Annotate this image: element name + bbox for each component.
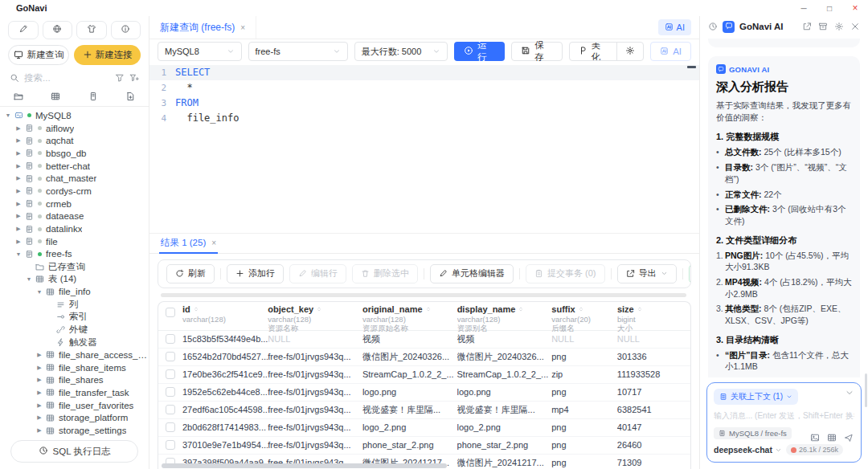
result-toolbar-button[interactable]: 刷新 [166, 264, 215, 283]
code-line[interactable]: 4 file_info [149, 111, 699, 126]
row-checkbox[interactable] [166, 352, 175, 361]
result-toolbar-button[interactable]: 添加行 [227, 264, 284, 283]
tree-item[interactable]: ▶crmeb [0, 198, 149, 210]
table-cell[interactable]: 111933528 [617, 369, 690, 379]
theme-button[interactable] [76, 21, 107, 39]
tree-item[interactable]: ▶better-chat [0, 160, 149, 173]
new-query-button[interactable]: 新建查询 [8, 45, 69, 65]
table-cell[interactable]: 301336 [617, 352, 690, 361]
table-cell[interactable]: 27edf6ac105c44598... [182, 405, 268, 414]
chat-input[interactable]: 输入消息... (Enter 发送，Shift+Enter 换行，/ 快捷命令) [714, 410, 854, 422]
row-checkbox[interactable] [166, 369, 175, 379]
minimize-button[interactable]: ─ [791, 1, 817, 15]
tree-item[interactable]: ▶bbsgo_db [0, 147, 149, 160]
tab-tables[interactable] [37, 88, 74, 106]
table-cell[interactable]: 视觉盛宴！库里隔... [457, 404, 552, 416]
close-icon[interactable]: × [240, 23, 245, 32]
caret-icon[interactable]: ▶ [14, 226, 23, 232]
row-checkbox[interactable] [166, 440, 175, 450]
image-icon[interactable] [810, 433, 820, 442]
editor-settings-button[interactable] [617, 43, 643, 60]
table-cell[interactable]: png [551, 458, 617, 467]
table-cell[interactable]: free-fs/01jrvgs943q... [268, 440, 362, 450]
tree-item[interactable]: ▶cordys-crm [0, 185, 149, 198]
tree-item[interactable]: ▼file_info [0, 286, 149, 299]
table-cell[interactable]: free-fs/01jrvgs943q... [268, 387, 362, 397]
sort-icon[interactable] [578, 306, 584, 312]
table-row[interactable]: 15c83b5f534f49e4b...NULL视频视频NULLNULL [158, 331, 690, 349]
table-cell[interactable]: NULL [617, 334, 690, 344]
tab-objects[interactable] [75, 88, 112, 106]
table-cell[interactable]: 微信图片_20241217... [457, 457, 552, 469]
tree-item[interactable]: ▶storage_settings [0, 424, 149, 435]
close-button[interactable]: × [842, 1, 868, 15]
table-cell[interactable]: 17e0be36c2f541ce9... [182, 369, 268, 379]
globe-button[interactable] [43, 21, 73, 39]
tree-item[interactable]: 已存查询 [0, 260, 149, 273]
caret-icon[interactable]: ▶ [14, 188, 23, 194]
caret-icon[interactable]: ▶ [14, 213, 23, 219]
tree-item[interactable]: ▶file_share_access_record [0, 349, 149, 361]
history-icon[interactable] [708, 22, 718, 31]
sort-icon[interactable] [316, 306, 322, 312]
table-cell[interactable]: StreamCap_1.0.2_2_... [362, 369, 457, 379]
result-toolbar-button[interactable]: 编辑行 [289, 264, 346, 283]
result-toolbar-button[interactable]: 提交事务 (0) [526, 264, 605, 283]
caret-icon[interactable]: ▶ [35, 365, 44, 371]
caret-icon[interactable]: ▶ [35, 389, 44, 396]
result-toolbar-button[interactable]: 导出 [617, 264, 677, 283]
row-checkbox[interactable] [166, 387, 175, 397]
table-cell[interactable]: logo.png [362, 387, 457, 397]
table-cell[interactable]: zip [551, 369, 617, 379]
table-cell[interactable]: png [551, 422, 617, 432]
database-select[interactable]: free-fs [248, 42, 348, 61]
table-cell[interactable]: 37010e9e7e1b4954... [182, 440, 268, 450]
editor-scroll-marker[interactable] [687, 66, 696, 68]
table-cell[interactable]: png [551, 352, 617, 361]
sort-icon[interactable] [425, 306, 432, 312]
table-row[interactable]: 37010e9e7e1b4954...free-fs/01jrvgs943q..… [158, 437, 690, 455]
tab-files[interactable] [112, 88, 149, 106]
sql-editor[interactable]: 1SELECT2 *3FROM4 file_info [149, 63, 699, 233]
table-row[interactable]: 17e0be36c2f541ce9...free-fs/01jrvgs943q.… [158, 366, 690, 384]
table-row[interactable]: 27edf6ac105c44598...free-fs/01jrvgs943q.… [158, 402, 690, 419]
code-line[interactable]: 1SELECT [149, 65, 699, 80]
editor-ai-button[interactable]: AI [650, 42, 691, 61]
row-checkbox[interactable] [166, 334, 175, 344]
horizontal-scrollbar[interactable] [161, 293, 686, 297]
archive-icon[interactable] [818, 22, 828, 31]
caret-icon[interactable]: ▼ [24, 276, 34, 282]
column-header[interactable]: original_namevarchar(128)资源原始名称 [362, 304, 457, 332]
save-button[interactable]: 保存 [511, 42, 562, 61]
maximize-button[interactable]: □ [817, 1, 842, 15]
tree-item[interactable]: ▶dataease [0, 210, 149, 223]
new-connection-button[interactable]: 新建连接 [74, 45, 141, 65]
close-icon[interactable]: × [211, 239, 216, 247]
caret-icon[interactable]: ▼ [35, 289, 44, 295]
table-cell[interactable]: StreamCap_1.0.2_2_... [457, 369, 552, 379]
caret-icon[interactable]: ▶ [35, 414, 44, 421]
ai-conversation[interactable]: GONAVI AI 深入分析报告 基于实际查询结果，我发现了更多有价值的洞察： … [700, 37, 868, 377]
table-row[interactable]: 2b0d628f17414983...free-fs/01jrvgs943q..… [158, 419, 690, 437]
table-cell[interactable]: 视频 [457, 333, 552, 345]
beautify-button[interactable]: 美化 [570, 43, 616, 60]
table-cell[interactable]: 15c83b5f534f49e4b... [182, 334, 268, 344]
table-cell[interactable]: 微信图片_20240326... [362, 351, 457, 363]
table-cell[interactable]: 26460 [617, 440, 690, 450]
column-header[interactable]: suffixvarchar(20)后缀名 [551, 304, 617, 332]
tab-folders[interactable] [0, 88, 37, 106]
caret-icon[interactable]: ▼ [3, 112, 13, 118]
table-cell[interactable]: logo_2.png [457, 422, 552, 432]
table-cell[interactable]: 71309 [617, 458, 690, 467]
sort-icon[interactable] [193, 306, 199, 312]
caret-icon[interactable]: ▶ [35, 352, 44, 358]
select-all-checkbox[interactable] [166, 308, 175, 317]
table-cell[interactable]: mp4 [551, 405, 617, 414]
info-button[interactable] [111, 21, 141, 39]
result-toolbar-button[interactable]: 删除选中 [352, 264, 418, 283]
caret-icon[interactable]: ▶ [14, 125, 23, 132]
table-cell[interactable]: logo_2.png [362, 422, 457, 432]
tree-item[interactable]: ▶aiflowy [0, 122, 149, 135]
table-cell[interactable]: free-fs/01jrvgs943q... [268, 352, 362, 361]
result-toolbar-button[interactable]: undefinedAI 数据洞察 [689, 264, 692, 283]
